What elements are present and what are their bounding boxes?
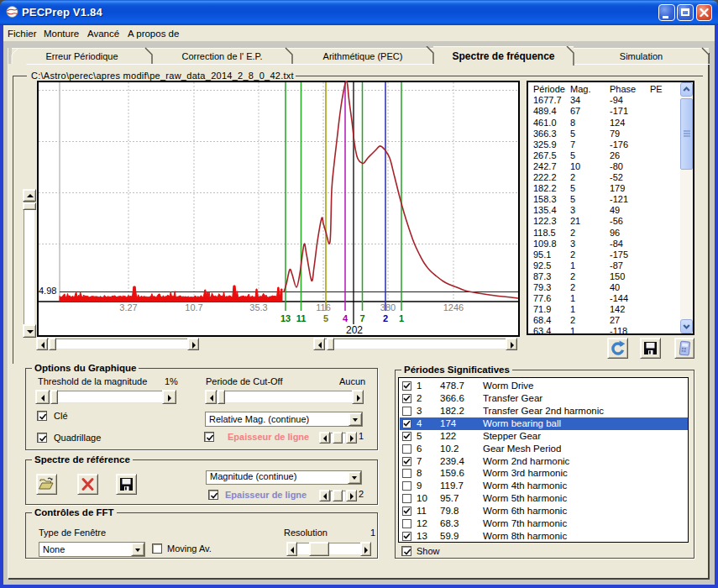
svg-text:Spectre de fréquence: Spectre de fréquence bbox=[452, 50, 554, 62]
svg-text:11: 11 bbox=[296, 313, 307, 323]
svg-text:35.3: 35.3 bbox=[249, 302, 267, 312]
svg-text:3.27: 3.27 bbox=[119, 302, 137, 312]
svg-text:1: 1 bbox=[399, 313, 404, 323]
svg-text:380: 380 bbox=[380, 302, 396, 312]
svg-text:202: 202 bbox=[346, 324, 363, 336]
svg-text:Simulation: Simulation bbox=[620, 51, 663, 61]
svg-text:2: 2 bbox=[383, 313, 388, 323]
svg-text:7: 7 bbox=[359, 313, 364, 323]
svg-text:13: 13 bbox=[280, 313, 291, 323]
svg-text:10.7: 10.7 bbox=[185, 302, 202, 312]
svg-text:116: 116 bbox=[316, 302, 331, 312]
svg-text:Correction de l' E.P.: Correction de l' E.P. bbox=[181, 51, 262, 61]
svg-text:1246: 1246 bbox=[443, 302, 464, 312]
svg-text:4: 4 bbox=[343, 313, 349, 323]
svg-text:Arithmétique (PEC): Arithmétique (PEC) bbox=[323, 51, 403, 61]
svg-text:5: 5 bbox=[323, 313, 328, 323]
svg-text:Erreur Périodique: Erreur Périodique bbox=[45, 51, 118, 61]
